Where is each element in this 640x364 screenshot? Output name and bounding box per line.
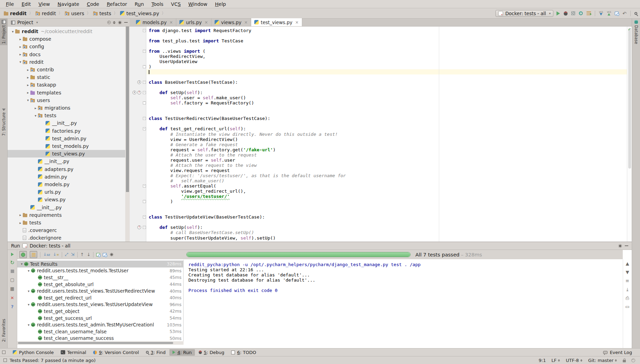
tool-windows-toggle-icon[interactable] xyxy=(2,351,6,354)
status-widget-utf-8[interactable]: UTF-8 xyxy=(566,358,583,363)
fold-start-icon[interactable]: − xyxy=(143,226,146,229)
rerun-failed-icon[interactable]: ↻ xyxy=(10,261,14,265)
stop-icon[interactable] xyxy=(11,270,14,273)
stripe-item-structure[interactable]: 7: Structure xyxy=(0,107,7,137)
status-message-area[interactable]: Tests Passed: 7 passed (a minute ago) xyxy=(3,358,96,363)
incoming-changes-icon[interactable] xyxy=(615,12,619,15)
menu-file[interactable]: File xyxy=(2,1,18,7)
project-tree-item[interactable]: ▸contrib xyxy=(8,66,125,73)
project-tree-item[interactable]: ▸compose xyxy=(8,35,125,43)
test-tree-item[interactable]: oktest_clean_username_false53ms xyxy=(17,328,183,335)
test-tree-item[interactable]: ▾okreddit.users.tests.test_views.TestUse… xyxy=(17,301,183,308)
toolwindow-button-4-run[interactable]: 4: Run xyxy=(169,349,195,356)
test-tree-item[interactable]: oktest__str__45ms xyxy=(17,274,183,281)
project-tree-item[interactable]: ▸config xyxy=(8,43,125,50)
menu-vcs[interactable]: VCS xyxy=(167,1,185,7)
editor-scrollbar[interactable]: ✓ xyxy=(627,27,632,242)
run-icon[interactable] xyxy=(557,11,560,16)
pin-icon[interactable]: ▦ xyxy=(10,286,14,291)
scroll-up-icon[interactable]: ▲ xyxy=(626,261,629,266)
project-tree-item[interactable]: __init__.py xyxy=(8,119,125,127)
run-configuration-select[interactable]: Docker: tests - all ▾ xyxy=(495,10,553,17)
menu-navigate[interactable]: Navigate xyxy=(54,1,83,7)
tab-test_views-py[interactable]: test_views.py× xyxy=(251,18,302,26)
project-tree-item[interactable]: .dockerignore xyxy=(8,234,125,242)
sort-alphabetically-icon[interactable]: ↓az xyxy=(43,252,50,257)
lock-icon[interactable] xyxy=(623,360,626,362)
stripe-item-database[interactable]: Database xyxy=(632,19,640,46)
fold-start-icon[interactable]: − xyxy=(143,215,146,219)
project-tree-item[interactable]: ▸static xyxy=(8,73,125,81)
toolwindow-button-9-version-control[interactable]: 9: Version Control xyxy=(90,349,142,356)
test-tree-item[interactable]: oktest_get_object42ms xyxy=(17,308,183,315)
fold-end-icon[interactable]: ˄ xyxy=(143,101,146,104)
project-tree-item[interactable]: adapters.py xyxy=(8,165,125,173)
project-tree-item[interactable]: ▾users xyxy=(8,97,125,104)
test-tree-item[interactable]: oktest_get_absolute_url44ms xyxy=(17,281,183,288)
run-with-settings-icon[interactable] xyxy=(587,11,591,15)
fold-start-icon[interactable]: − xyxy=(143,184,146,188)
test-tree-item[interactable]: ▾okTest Results328ms xyxy=(17,261,183,267)
locate-file-icon[interactable] xyxy=(107,21,111,24)
tree-collapsed-icon[interactable]: ▸ xyxy=(18,45,23,49)
tree-collapsed-icon[interactable]: ▸ xyxy=(18,37,23,41)
print-icon[interactable]: ⎙ xyxy=(626,296,629,300)
inspection-status-icon[interactable]: ✓ xyxy=(628,27,631,32)
tree-expanded-icon[interactable]: ▾ xyxy=(19,262,24,266)
close-icon[interactable]: × xyxy=(205,20,208,25)
breadcrumb-item[interactable]: tests xyxy=(92,10,112,17)
fold-start-icon[interactable]: − xyxy=(143,117,146,120)
code-editor[interactable]: ↓↑↓↑−−−−−−−−−˄˄˄ from django.test import… xyxy=(130,27,632,242)
project-tree-item[interactable]: .coveragerc xyxy=(8,226,125,234)
tab-urls-py[interactable]: urls.py× xyxy=(176,18,211,26)
gear-icon[interactable] xyxy=(119,21,121,24)
gear-icon[interactable] xyxy=(110,253,113,256)
hide-panel-icon[interactable] xyxy=(124,22,128,23)
vcs-push-icon[interactable]: VCS xyxy=(607,11,611,16)
search-everywhere-icon[interactable] xyxy=(634,12,637,15)
breadcrumb-item[interactable]: test_views.py xyxy=(119,10,160,17)
test-tree-item[interactable]: ▾okreddit.users.tests.test_admin.TestMyU… xyxy=(17,321,183,328)
test-tree-item[interactable]: oktest_get_success_url54ms xyxy=(17,315,183,322)
fold-end-icon[interactable]: ˄ xyxy=(143,65,146,68)
tree-collapsed-icon[interactable]: ▸ xyxy=(18,221,23,225)
export-test-results-icon[interactable] xyxy=(96,253,100,256)
project-tree-item[interactable]: ▸docs xyxy=(8,51,125,58)
project-tree-item[interactable]: ▾reddit~/cookiecutter/reddit xyxy=(8,28,125,35)
scroll-to-end-icon[interactable]: ⤓ xyxy=(627,287,629,292)
overridden-method-icon[interactable]: ↓ xyxy=(132,91,136,94)
collapse-all-icon[interactable] xyxy=(113,21,116,24)
overriding-method-icon[interactable]: ↑ xyxy=(137,91,141,94)
breadcrumb-item[interactable]: users xyxy=(64,10,85,17)
fold-start-icon[interactable]: − xyxy=(143,127,146,130)
run-console[interactable]: reddit_pycha:python -u /opt/.pycharm_hel… xyxy=(184,259,623,348)
close-icon[interactable]: × xyxy=(244,20,248,25)
fold-start-icon[interactable]: − xyxy=(143,81,146,84)
project-tree-item[interactable]: ▸templates xyxy=(8,89,125,97)
gear-icon[interactable] xyxy=(619,245,621,247)
stripe-item-project[interactable]: 1: Project xyxy=(0,19,7,45)
tab-models-py[interactable]: models.py× xyxy=(133,18,176,26)
project-tree-item[interactable]: ▾reddit xyxy=(8,58,125,66)
tree-expanded-icon[interactable]: ▾ xyxy=(18,60,23,64)
tree-collapsed-icon[interactable]: ▸ xyxy=(33,106,38,110)
sort-by-duration-icon[interactable]: ↓≡ xyxy=(53,252,59,257)
menu-window[interactable]: Window xyxy=(185,1,211,7)
close-icon[interactable]: × xyxy=(169,20,173,25)
toolwindow-button-terminal[interactable]: >_Terminal xyxy=(58,349,89,356)
test-tree-item[interactable]: ▾okreddit.users.tests.test_models.TestUs… xyxy=(17,267,183,274)
tree-expanded-icon[interactable]: ▾ xyxy=(26,98,30,102)
tree-collapsed-icon[interactable]: ▸ xyxy=(26,68,30,72)
next-occurrence-icon[interactable]: ↓ xyxy=(87,252,91,257)
tree-expanded-icon[interactable]: ▾ xyxy=(10,30,15,33)
project-tree-item[interactable]: test_admin.py xyxy=(8,135,125,142)
debug-icon[interactable] xyxy=(564,11,568,16)
scroll-down-icon[interactable]: ▼ xyxy=(626,270,629,274)
project-tree-item[interactable]: factories.py xyxy=(8,127,125,135)
tree-collapsed-icon[interactable]: ▸ xyxy=(26,75,30,79)
project-tree-item[interactable]: __init__.py xyxy=(8,158,125,165)
fold-start-icon[interactable]: − xyxy=(143,91,146,94)
fold-start-icon[interactable]: − xyxy=(143,50,146,53)
project-tree-item[interactable]: ▸migrations xyxy=(8,104,125,112)
coverage-icon[interactable] xyxy=(571,11,575,15)
